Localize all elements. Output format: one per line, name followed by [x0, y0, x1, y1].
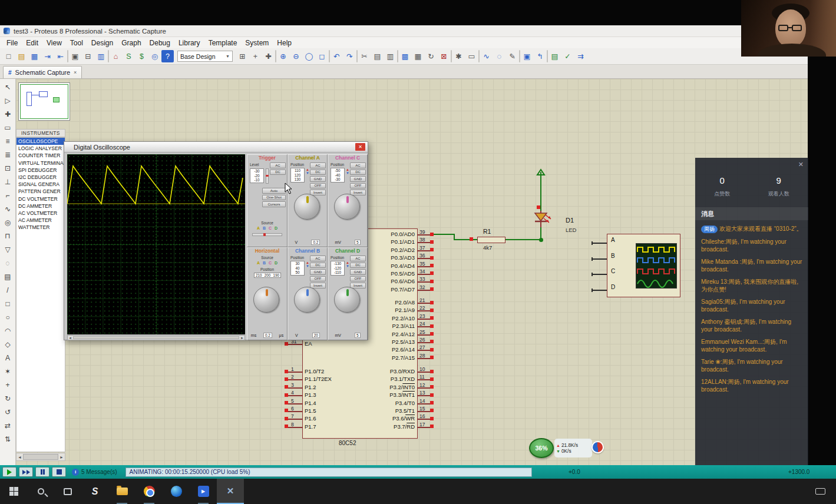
undo-icon[interactable]: ↶ — [331, 50, 343, 62]
component-oscilloscope-part[interactable]: A B C D — [607, 234, 680, 297]
spinner-down-icon[interactable]: ▼ — [306, 171, 309, 175]
channel-d-gnd-button[interactable]: GND — [350, 269, 366, 275]
device-pins-mode-icon[interactable]: ⌐ — [1, 188, 14, 202]
oscilloscope-titlebar[interactable]: Digital Oscilloscope ✕ — [64, 142, 368, 152]
exit-to-parent-icon[interactable]: ↰ — [534, 50, 546, 62]
sheet-selector-dropdown[interactable]: Base Design ▼ — [177, 51, 233, 62]
instrument-list-item[interactable]: AC VOLTMETER — [16, 210, 65, 217]
separator[interactable] — [519, 50, 520, 62]
instrument-list-item[interactable]: SIGNAL GENERA — [16, 181, 65, 188]
component-mode-icon[interactable]: ▷ — [1, 94, 14, 107]
channel-b-off-button[interactable]: OFF — [310, 276, 326, 282]
save-design-icon[interactable]: ▦ — [28, 50, 41, 62]
trigger-level-slider[interactable] — [266, 168, 269, 184]
instrument-list-item[interactable]: DC VOLTMETER — [16, 195, 65, 203]
touch-keyboard-icon[interactable] — [815, 488, 825, 495]
channel-d-gain-knob[interactable] — [334, 287, 360, 313]
component-resistor-r1[interactable] — [477, 237, 505, 243]
current-probe-mode-icon[interactable]: ◌ — [1, 256, 14, 270]
separator[interactable] — [356, 50, 358, 62]
tab-schematic-capture[interactable]: # Schematic Capture × — [3, 66, 82, 78]
timebase-knob[interactable] — [253, 287, 279, 313]
channel-c-gain-knob[interactable] — [334, 194, 360, 220]
voltage-probe-mode-icon[interactable]: ▽ — [1, 243, 14, 256]
zoom-all-icon[interactable]: ◯ — [303, 50, 315, 62]
menu-item[interactable]: Library — [174, 39, 204, 47]
trigger-source-selector[interactable]: AB CD — [247, 226, 287, 230]
zoom-in-icon[interactable]: ⊕ — [277, 50, 289, 62]
paste-icon[interactable]: ▥ — [384, 50, 396, 62]
overview-window[interactable] — [18, 82, 70, 121]
horizontal-source-selector[interactable]: AB CD — [247, 261, 287, 265]
trigger-level-spinner[interactable]: -30-20-10 — [250, 168, 264, 183]
menu-item[interactable]: File — [2, 39, 22, 47]
2d-line-mode-icon[interactable]: / — [1, 283, 14, 297]
menu-item[interactable]: Help — [273, 39, 296, 47]
taskbar-browser[interactable] — [163, 479, 190, 504]
scroll-left-icon[interactable]: ◄ — [68, 336, 72, 340]
2d-symbol-mode-icon[interactable]: ✶ — [1, 364, 14, 378]
instrument-list-item[interactable]: DC AMMETER — [16, 203, 65, 210]
home-page-icon[interactable]: ⌂ — [110, 50, 122, 62]
scrollbar-thumb[interactable] — [23, 454, 58, 460]
stop-button[interactable] — [52, 467, 66, 477]
channel-d-off-button[interactable]: OFF — [350, 276, 366, 282]
taskbar-media-app[interactable]: ▶ — [190, 479, 217, 504]
close-icon[interactable]: ✕ — [355, 143, 365, 151]
separator[interactable] — [329, 50, 330, 62]
slider-thumb[interactable] — [266, 175, 269, 177]
2d-path-mode-icon[interactable]: ◇ — [1, 337, 14, 351]
instrument-list-item[interactable]: OSCILLOSCOPE — [16, 138, 65, 145]
channel-a-gnd-button[interactable]: GND — [310, 176, 326, 182]
new-design-icon[interactable]: □ — [2, 50, 15, 62]
instrument-list-item[interactable]: I2C DEBUGGER — [16, 174, 65, 181]
instrument-list-item[interactable]: LOGIC ANALYSER — [16, 145, 65, 152]
instrument-list-item[interactable]: COUNTER TIMER — [16, 152, 65, 159]
copy-icon[interactable]: ▤ — [371, 50, 384, 62]
center-at-cursor-icon[interactable]: ✚ — [262, 50, 275, 62]
toggle-grid-icon[interactable]: ⊞ — [236, 50, 249, 62]
mirror-horizontal-icon[interactable]: ⇄ — [1, 419, 14, 432]
wire-autorouter-icon[interactable]: ∿ — [480, 50, 493, 62]
separator[interactable] — [108, 50, 109, 62]
scrollbar-thumb[interactable] — [73, 336, 239, 339]
bom-report-icon[interactable]: ▤ — [548, 50, 561, 62]
slider-thumb[interactable] — [263, 233, 266, 236]
channel-b-gnd-button[interactable]: GND — [310, 269, 326, 275]
message-count[interactable]: 5 Message(s) — [81, 469, 117, 475]
channel-d-ac-button[interactable]: AC — [350, 256, 366, 261]
channel-a-ac-button[interactable]: AC — [310, 163, 326, 168]
packaging-tool-icon[interactable]: ▭ — [465, 50, 478, 62]
menu-item[interactable]: Tool — [66, 39, 87, 47]
channel-a-gain-knob[interactable] — [294, 194, 320, 220]
close-icon[interactable]: ✕ — [798, 161, 804, 168]
selector-scrollbar[interactable]: ◄ ► — [16, 453, 65, 461]
play-button[interactable] — [2, 467, 16, 477]
oscilloscope-window[interactable]: Digital Oscilloscope ✕ ◄ ► Trigger Level… — [64, 141, 368, 340]
instrument-list-item[interactable]: SPI DEBUGGER — [16, 167, 65, 174]
virtual-instruments-mode-icon[interactable]: ▤ — [1, 270, 14, 283]
2d-arc-mode-icon[interactable]: ◠ — [1, 324, 14, 337]
scroll-right-icon[interactable]: ► — [60, 455, 64, 459]
taskbar-app-s[interactable]: S — [81, 479, 108, 504]
channel-a-off-button[interactable]: OFF — [310, 183, 326, 189]
channel-a-dc-button[interactable]: DC — [310, 170, 326, 175]
pcb-layout-icon[interactable]: ◎ — [148, 50, 161, 62]
2d-marker-mode-icon[interactable]: + — [1, 378, 14, 392]
wire-label-mode-icon[interactable]: ▭ — [1, 121, 14, 134]
auto-button[interactable]: Auto — [262, 188, 286, 194]
channel-a-position-spinner[interactable]: 110120130 — [290, 168, 305, 183]
generator-mode-icon[interactable]: ⊓ — [1, 229, 14, 243]
menu-item[interactable]: Edit — [22, 39, 42, 47]
start-button[interactable] — [0, 479, 27, 504]
subcircuit-mode-icon[interactable]: ⊡ — [1, 161, 14, 175]
block-move-icon[interactable]: ▦ — [412, 50, 424, 62]
trigger-ac-button[interactable]: AC — [270, 163, 286, 168]
separator[interactable] — [451, 50, 452, 62]
rotate-anticlockwise-icon[interactable]: ↺ — [1, 405, 14, 419]
menu-item[interactable]: System — [241, 39, 273, 47]
remove-sheet-icon[interactable]: ⊟ — [82, 50, 94, 62]
separator[interactable] — [478, 50, 480, 62]
separator[interactable] — [67, 50, 68, 62]
channel-b-gain-knob[interactable] — [294, 287, 320, 313]
